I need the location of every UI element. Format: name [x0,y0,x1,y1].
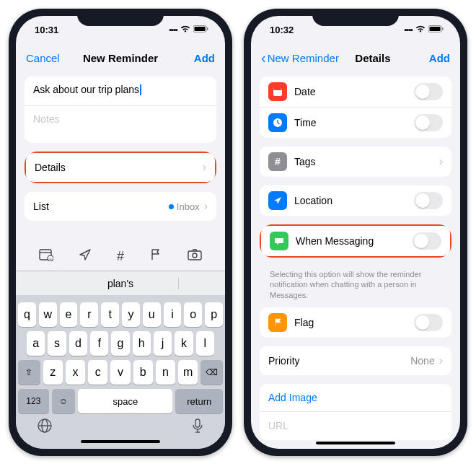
location-row[interactable]: Location [260,185,451,216]
date-label: Date [294,86,316,97]
key-z[interactable]: z [43,360,63,385]
location-label: Location [294,195,332,206]
messaging-footnote: Selecting this option will show the remi… [260,266,451,307]
globe-icon[interactable] [37,418,53,437]
cancel-button[interactable]: Cancel [26,52,69,64]
key-l[interactable]: l [196,331,214,356]
flag-toggle[interactable] [414,314,443,331]
wifi-icon [180,25,190,34]
messaging-row[interactable]: When Messaging [261,226,450,256]
screen-left: 10:31 ▪▪▪▪ Cancel New Reminder Add Ask a… [16,16,225,449]
emoji-key[interactable]: ☺ [52,389,76,413]
nav-title: Details [355,52,390,64]
svg-rect-2 [207,27,208,30]
back-button[interactable]: ‹ New Reminder [261,52,339,64]
space-key[interactable]: space [78,389,172,413]
url-row[interactable]: URL [260,411,451,440]
location-toggle[interactable] [414,192,443,209]
notes-row[interactable]: Notes [25,105,216,143]
location-icon [268,191,287,210]
key-k[interactable]: k [175,331,193,356]
svg-rect-15 [442,27,444,30]
key-j[interactable]: j [154,331,172,356]
flag-icon[interactable] [149,248,162,265]
key-c[interactable]: c [88,360,107,385]
keyboard-row-4: 123 ☺ space return [18,389,223,413]
messaging-label: When Messaging [296,235,374,247]
date-row[interactable]: Date [260,76,451,107]
key-t[interactable]: t [101,302,119,327]
list-card: List Inbox › [25,192,216,221]
suggestion-1[interactable]: plan's [63,278,179,289]
shift-key[interactable]: ⇧ [18,360,40,385]
details-label: Details [35,162,203,173]
notes-placeholder: Notes [33,113,208,125]
key-e[interactable]: e [60,302,78,327]
tags-row[interactable]: # Tags › [260,146,451,177]
key-p[interactable]: p [205,302,223,327]
messaging-toggle[interactable] [413,232,441,250]
key-o[interactable]: o [184,302,202,327]
content-left: Ask about our trip plans Notes Details › [16,72,225,242]
date-toggle[interactable] [414,83,443,100]
key-v[interactable]: v [110,360,130,385]
chevron-left-icon: ‹ [261,53,266,62]
key-d[interactable]: d [69,331,87,356]
details-row[interactable]: Details › [26,153,215,182]
numbers-key[interactable]: 123 [18,389,49,413]
add-image-row[interactable]: Add Image [260,384,451,411]
key-s[interactable]: s [48,331,66,356]
list-color-dot [169,204,174,209]
battery-icon [428,25,444,34]
key-r[interactable]: r [80,302,98,327]
time-toggle[interactable] [414,114,443,131]
location-card: Location [260,185,451,216]
key-i[interactable]: i [164,302,182,327]
add-button[interactable]: Add [407,52,450,64]
camera-icon[interactable] [188,249,202,264]
key-f[interactable]: f [90,331,108,356]
notch [77,9,164,26]
key-m[interactable]: m [178,360,198,385]
signal-icon: ▪▪▪▪ [169,25,177,34]
home-indicator[interactable] [81,440,160,443]
list-row[interactable]: List Inbox › [25,192,216,221]
back-label: New Reminder [268,52,339,64]
details-card: Details › [26,153,215,182]
key-q[interactable]: q [18,302,36,327]
time-row[interactable]: Time [260,107,451,138]
add-button[interactable]: Add [172,52,215,64]
key-a[interactable]: a [27,331,45,356]
priority-value: None [410,355,434,367]
nav-bar: Cancel New Reminder Add [16,43,225,72]
hash-icon: # [268,152,287,171]
battery-icon [193,25,209,34]
home-indicator[interactable] [316,442,395,444]
phone-left: 10:31 ▪▪▪▪ Cancel New Reminder Add Ask a… [9,9,232,456]
key-y[interactable]: y [122,302,140,327]
calendar-icon[interactable]: + [39,248,53,265]
flag-row[interactable]: Flag [260,307,451,338]
location-icon[interactable] [79,248,92,265]
priority-row[interactable]: Priority None › [260,346,451,375]
key-x[interactable]: x [66,360,85,385]
list-value: Inbox [177,201,200,212]
key-b[interactable]: b [133,360,153,385]
key-u[interactable]: u [143,302,161,327]
return-key[interactable]: return [175,389,223,413]
mic-icon[interactable] [191,418,204,437]
tag-icon[interactable]: # [117,249,124,264]
key-w[interactable]: w [39,302,57,327]
keyboard-row-2: asdfghjkl [18,331,223,356]
title-row[interactable]: Ask about our trip plans [25,76,216,105]
keyboard-row-3: ⇧ zxcvbnm ⌫ [18,360,223,385]
key-g[interactable]: g [111,331,129,356]
status-icons: ▪▪▪▪ [404,25,444,34]
key-h[interactable]: h [133,331,151,356]
svg-text:+: + [49,257,52,261]
title-input[interactable]: Ask about our trip plans [33,84,139,95]
nav-title: New Reminder [83,52,158,64]
svg-rect-14 [430,27,441,31]
key-n[interactable]: n [156,360,175,385]
backspace-key[interactable]: ⌫ [200,360,223,385]
